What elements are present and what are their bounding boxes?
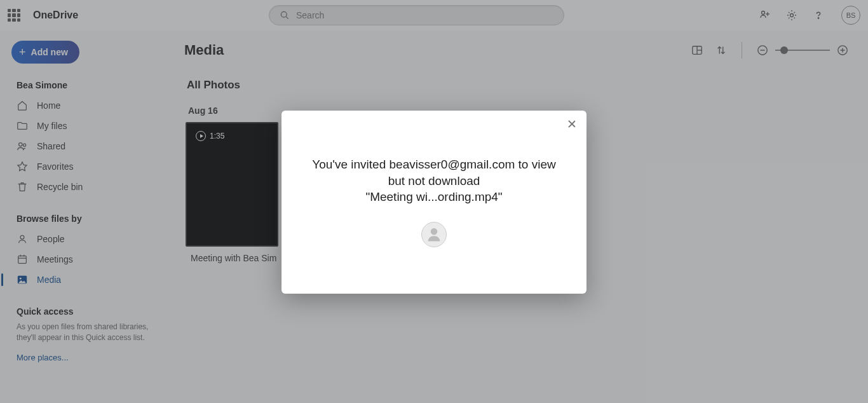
modal-line3: "Meeting wi...ording.mp4": [299, 189, 569, 205]
modal-line2: but not download: [299, 173, 569, 189]
share-confirmation-modal: You've invited beavisser0@gmail.com to v…: [281, 111, 587, 294]
close-icon[interactable]: [567, 120, 576, 128]
modal-line1: You've invited beavisser0@gmail.com to v…: [299, 156, 569, 173]
recipient-avatar: [421, 222, 447, 247]
svg-point-26: [431, 228, 438, 235]
modal-message: You've invited beavisser0@gmail.com to v…: [299, 156, 569, 205]
